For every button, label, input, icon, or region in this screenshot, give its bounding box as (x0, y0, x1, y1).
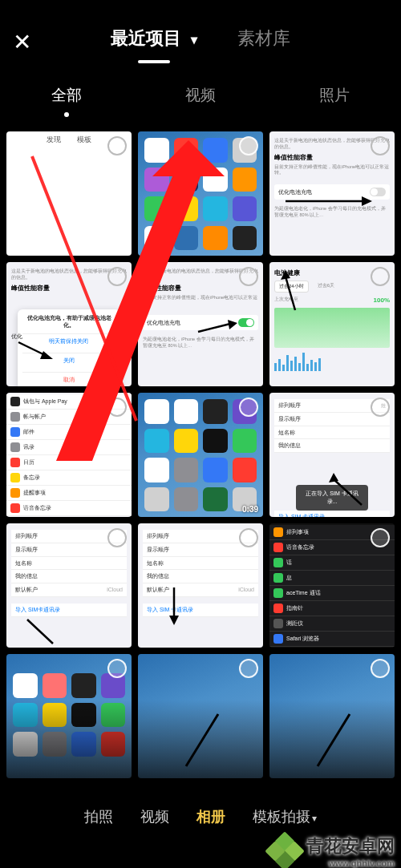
select-circle-icon[interactable] (107, 267, 127, 286)
arrow-icon (162, 583, 186, 628)
thumb-text: 我的信息 (147, 572, 169, 580)
arrow-icon (326, 473, 370, 509)
media-item[interactable]: 排列事项 语音备忘录 话 息 aceTime 通话 指南针 测距仪 Safari… (269, 523, 395, 648)
select-circle-icon[interactable] (107, 659, 127, 678)
arrow-icon (310, 710, 358, 774)
thumb-text: 排列顺序 (147, 532, 169, 540)
tab-recent[interactable]: 最近项目 ▾ (111, 26, 197, 59)
thumb-text: 备忘录 (23, 474, 40, 482)
thumb-text: 峰值性能容量 (11, 284, 127, 293)
arrow-icon (286, 194, 374, 208)
mode-video[interactable]: 视频 (140, 807, 169, 826)
media-item[interactable]: 这是关于新电池的电池状态信息，您能够获得巨好充电的信息。 峰值性能容量 优化 优… (6, 262, 132, 386)
media-item[interactable]: 这是关于新电池的电池状态信息，您能够获得巨好充电的信息。 峰值性能容量 目前支持… (138, 262, 263, 386)
media-item[interactable]: 钱包与 Apple Pay 帐与帐户 邮件 讯录 日历 备忘录 提醒事项 语音备… (6, 393, 132, 517)
arrow-icon (21, 616, 57, 648)
watermark: 青花安卓网 www.qhhlv.com (268, 834, 395, 868)
media-item[interactable]: 排列顺序 显示顺序 短名称 我的信息 默认帐户iCloud 导入 SIM卡通讯录 (6, 523, 132, 648)
thumb-text: 导入 SIM卡通讯录 (15, 606, 60, 614)
media-item[interactable]: 电池健康 过去24小时 过去6天 上次充电至 100% (269, 262, 395, 386)
thumb-text: 发现 (47, 135, 61, 145)
svg-marker-2 (40, 351, 53, 359)
select-circle-icon[interactable] (371, 528, 390, 547)
chevron-down-icon: ▾ (191, 33, 197, 46)
select-circle-icon[interactable] (107, 398, 127, 417)
thumb-text: 排列事项 (286, 528, 309, 536)
media-item[interactable] (6, 654, 132, 778)
filter-tabs: 全部 视频 照片 (0, 75, 401, 115)
thumb-text: 目前支持正常的峰值性能，现在iPhone电池可以正常运转。 (274, 164, 390, 176)
picker-header: ✕ 最近项目 ▾ 素材库 (0, 14, 401, 71)
select-circle-icon[interactable] (239, 136, 258, 155)
thumb-text: 模板 (77, 135, 91, 145)
thumb-text: 优化电池充电，有助于减缓电池老化。 (22, 314, 115, 330)
mode-shoot[interactable]: 拍照 (84, 807, 113, 826)
media-item[interactable] (138, 131, 263, 256)
thumb-text: 峰值性能容量 (274, 153, 390, 162)
select-circle-icon[interactable] (107, 528, 127, 547)
watermark-name: 青花安卓网 (306, 836, 395, 856)
logo-icon (268, 834, 302, 868)
arrow-icon (14, 338, 55, 362)
mode-template[interactable]: 模板拍摄▾ (253, 807, 317, 826)
thumb-text: iCloud (238, 586, 254, 594)
thumb-text: 我的信息 (278, 442, 301, 450)
thumb-text: 过去6天 (314, 281, 338, 292)
thumb-text: 讯录 (23, 443, 34, 451)
media-item[interactable]: 发现 模板 (6, 131, 132, 256)
thumb-text: 排列顺序 (278, 402, 301, 410)
thumb-text: 邮件 (23, 428, 34, 436)
thumb-text: 为延缓电池老化，iPhone 会学习每日的充电模式，并暂缓充电至 80% 以上… (143, 337, 258, 349)
thumb-text: 排列顺序 (15, 532, 38, 540)
select-circle-icon[interactable] (107, 136, 127, 155)
thumb-text: 钱包与 Apple Pay (23, 398, 67, 406)
thumb-text: 指南针 (286, 604, 303, 612)
media-item[interactable]: 排列顺序姓 显示顺序 短名称 我的信息 正在导入 SIM 卡通讯录... 导入 … (269, 393, 395, 517)
select-circle-icon[interactable] (371, 267, 390, 286)
thumb-text: 100% (374, 296, 390, 305)
select-circle-icon[interactable] (239, 659, 258, 678)
svg-marker-3 (228, 320, 237, 329)
thumb-text: 短名称 (147, 559, 164, 567)
arrow-icon (194, 320, 238, 336)
select-circle-icon[interactable] (239, 528, 258, 547)
select-circle-icon[interactable] (371, 659, 390, 678)
thumb-text: 显示顺序 (147, 546, 169, 554)
close-icon[interactable]: ✕ (13, 31, 53, 54)
thumb-text: 帐与帐户 (23, 413, 46, 421)
thumb-text: 测距仪 (286, 620, 303, 628)
mode-template-label: 模板拍摄 (253, 809, 310, 825)
select-circle-icon[interactable] (371, 398, 390, 417)
svg-marker-5 (329, 473, 338, 482)
filter-video[interactable]: 视频 (185, 85, 216, 106)
svg-marker-1 (362, 196, 372, 206)
header-tabs: 最近项目 ▾ 素材库 (53, 26, 348, 59)
tab-recent-label: 最近项目 (111, 28, 181, 48)
media-item[interactable]: 0:39 (138, 393, 263, 517)
media-item[interactable] (269, 654, 395, 778)
media-item[interactable]: 排列顺序 显示顺序 短名称 我的信息 默认帐户iCloud 导入 SIM 卡通讯… (138, 523, 263, 648)
thumb-text: 我的信息 (15, 572, 38, 580)
select-circle-icon[interactable] (371, 136, 390, 155)
tab-library[interactable]: 素材库 (237, 26, 290, 59)
thumb-text: 默认帐户 (15, 586, 38, 594)
media-item[interactable] (138, 654, 263, 778)
select-circle-icon[interactable] (239, 267, 258, 286)
svg-marker-4 (281, 270, 290, 280)
thumb-text: 语音备忘录 (286, 543, 314, 551)
thumb-text: 短名称 (278, 429, 295, 437)
filter-photo[interactable]: 照片 (319, 85, 350, 106)
filter-all[interactable]: 全部 (51, 85, 82, 106)
thumb-text: 取消 (22, 373, 115, 386)
arrow-icon (178, 710, 226, 774)
svg-marker-6 (169, 616, 179, 625)
toggle-on-icon (238, 318, 254, 327)
thumb-text: 提醒事项 (23, 489, 46, 497)
thumb-text: 语音备忘录 (23, 504, 51, 512)
thumb-text: Safari 浏览器 (286, 635, 319, 643)
media-item[interactable]: 这是关于新电池的电池状态信息，您能够获得巨好充电的信息。 峰值性能容量 目前支持… (269, 131, 395, 256)
thumb-text: 短名称 (15, 559, 32, 567)
select-circle-icon[interactable] (239, 398, 258, 417)
thumb-text: 优化电池充电 (147, 319, 180, 327)
mode-album[interactable]: 相册 (196, 807, 225, 826)
